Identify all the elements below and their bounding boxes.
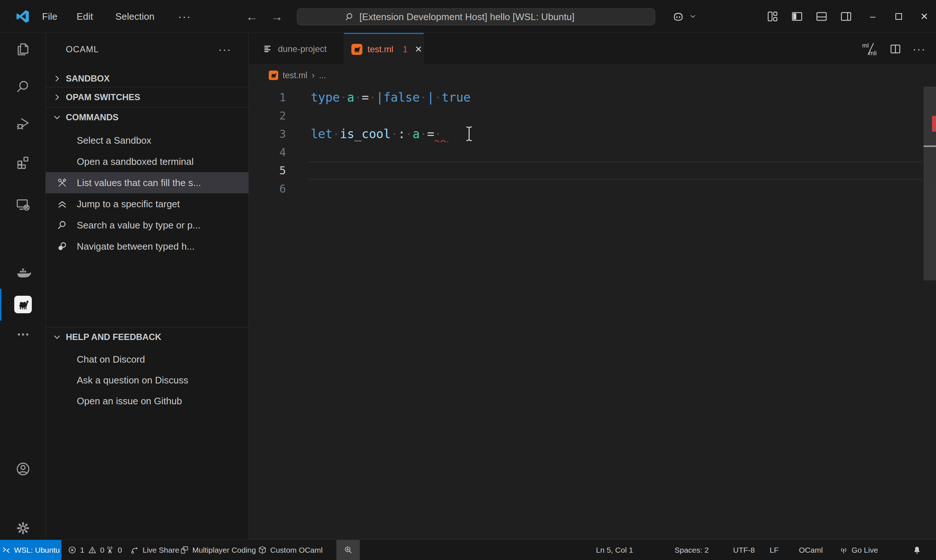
sidebar-item-extensions[interactable]: [0, 152, 46, 174]
chevron-down-icon: [51, 113, 63, 122]
menu-file[interactable]: File: [37, 0, 63, 33]
tab-test-ml[interactable]: test.ml 1 ✕: [344, 33, 424, 65]
help-open-issue-github[interactable]: Open an issue on Github: [46, 391, 249, 412]
section-help-feedback[interactable]: HELP AND FEEDBACK: [46, 326, 249, 348]
maximize-icon: [895, 13, 902, 20]
live-share-icon: [130, 545, 139, 554]
section-sandbox[interactable]: SANDBOX: [46, 68, 249, 89]
sidebar-title: OCAML: [66, 40, 99, 58]
ocaml-file-icon: [351, 44, 362, 55]
chevron-right-icon: [51, 93, 63, 102]
cursor-position[interactable]: Ln 5, Col 1: [596, 540, 633, 560]
live-share-button[interactable]: Live Share: [130, 540, 179, 560]
command-select-sandbox[interactable]: Select a Sandbox: [46, 130, 249, 151]
warning-count: 0: [100, 546, 105, 554]
customize-layout-icon[interactable]: [766, 0, 779, 33]
activity-bar-more-button[interactable]: [0, 323, 46, 345]
notifications-button[interactable]: [912, 540, 922, 560]
remote-indicator[interactable]: WSL: Ubuntu: [0, 540, 62, 560]
settings-button[interactable]: [0, 517, 46, 539]
toggle-panel-icon[interactable]: [815, 0, 828, 33]
sidebar-item-explorer[interactable]: [0, 38, 46, 60]
command-open-sandboxed-terminal[interactable]: Open a sandboxed terminal: [46, 151, 249, 172]
run-debug-icon: [15, 116, 31, 131]
docker-icon: [15, 265, 31, 282]
help-chat-discord[interactable]: Chat on Discord: [46, 349, 249, 370]
language-mode[interactable]: OCaml: [799, 540, 823, 560]
help-ask-discuss[interactable]: Ask a question on Discuss: [46, 369, 249, 391]
line-number: 6: [249, 180, 286, 198]
nav-back-button[interactable]: ←: [246, 0, 258, 33]
menu-more-button[interactable]: ···: [173, 0, 196, 33]
sidebar-item-remote-explorer[interactable]: [0, 194, 46, 216]
line-number: 3: [249, 125, 286, 143]
split-editor-icon[interactable]: [889, 43, 902, 55]
multiplayer-icon: [180, 545, 189, 554]
spaces-label: Spaces: 2: [674, 546, 708, 554]
title-bar: File Edit Selection ··· ← → [Extension D…: [0, 0, 936, 33]
help-label: Open an issue on Github: [77, 395, 182, 407]
tab-label: test.ml: [368, 44, 393, 54]
multiplayer-label: Multiplayer Coding: [192, 546, 256, 554]
close-tab-button[interactable]: ✕: [415, 44, 422, 54]
zoom-in-icon: [343, 545, 353, 555]
sidebar-item-ocaml[interactable]: [0, 294, 46, 315]
remote-icon: [2, 546, 11, 554]
toggle-primary-sidebar-icon[interactable]: [791, 0, 803, 33]
sidebar-more-actions-button[interactable]: ···: [214, 40, 236, 58]
svg-text:ml: ml: [862, 42, 869, 49]
more-actions-icon[interactable]: ···: [913, 43, 926, 55]
tab-dune-project[interactable]: dune-project: [249, 33, 344, 65]
command-navigate-holes[interactable]: Navigate between typed h...: [46, 236, 249, 257]
command-jump-target[interactable]: Jump to a specific target: [46, 193, 249, 215]
code-line-3: let·is_cool·:·a·=·: [311, 125, 442, 143]
text-cursor-pointer: [465, 125, 473, 142]
section-opam-switches[interactable]: OPAM SWITCHES: [46, 87, 249, 108]
sidebar-item-search[interactable]: [0, 76, 46, 98]
breadcrumb-file[interactable]: test.ml: [283, 71, 308, 80]
accounts-button[interactable]: [0, 458, 46, 480]
dune-icon: [263, 44, 273, 54]
editor-group: dune-project test.ml 1 ✕ mlmli ··· test.…: [249, 33, 936, 540]
broadcast-tower-icon: [105, 545, 114, 554]
sidebar-item-run-debug[interactable]: [0, 112, 46, 134]
line-number: 1: [249, 88, 286, 107]
toggle-secondary-sidebar-icon[interactable]: [840, 0, 852, 33]
more-icon: [15, 327, 31, 342]
zoom-button[interactable]: [336, 540, 360, 560]
overview-error-mark: [932, 116, 936, 132]
copilot-icon[interactable]: [672, 0, 685, 33]
section-label: HELP AND FEEDBACK: [66, 332, 161, 342]
command-label: Search a value by type or p...: [77, 220, 200, 231]
eol-sequence[interactable]: LF: [770, 540, 779, 560]
sidebar-ocaml-panel: OCAML ··· SANDBOX OPAM SWITCHES COMMANDS…: [46, 33, 249, 540]
multiplayer-coding-button[interactable]: Multiplayer Coding: [180, 540, 256, 560]
problems-indicator[interactable]: 1 0: [68, 540, 104, 560]
warning-triangle-icon: [88, 545, 97, 554]
sidebar-item-docker[interactable]: [0, 263, 46, 285]
command-center[interactable]: [Extension Development Host] hello [WSL:…: [297, 8, 655, 25]
close-button[interactable]: ✕: [916, 0, 932, 33]
minimize-button[interactable]: –: [865, 0, 881, 33]
switch-impl-intf-icon[interactable]: mlmli: [861, 42, 878, 56]
custom-ocaml-button[interactable]: Custom OCaml: [258, 540, 323, 560]
section-commands[interactable]: COMMANDS: [46, 107, 249, 128]
menu-selection[interactable]: Selection: [111, 0, 160, 33]
encoding[interactable]: UTF-8: [733, 540, 755, 560]
error-squiggle: [434, 139, 448, 142]
overview-cursor-mark: [924, 146, 936, 147]
help-label: Chat on Discord: [77, 354, 145, 365]
chevron-right-icon: [51, 74, 63, 83]
ports-indicator[interactable]: 0: [105, 540, 122, 560]
command-list-values[interactable]: List values that can fill the s...: [46, 172, 249, 193]
indentation[interactable]: Spaces: 2: [674, 540, 708, 560]
code-area[interactable]: 1 2 3 4 5 6 type·a·=·|false·|·true let·i…: [249, 86, 936, 540]
breadcrumb[interactable]: test.ml › ...: [249, 65, 936, 86]
chevron-down-icon[interactable]: [689, 0, 697, 33]
go-live-button[interactable]: Go Live: [839, 540, 878, 560]
menu-edit[interactable]: Edit: [72, 0, 99, 33]
nav-forward-button[interactable]: →: [271, 0, 283, 33]
command-search-value[interactable]: Search a value by type or p...: [46, 215, 249, 236]
breadcrumb-symbol[interactable]: ...: [319, 71, 326, 80]
maximize-button[interactable]: [891, 0, 907, 33]
